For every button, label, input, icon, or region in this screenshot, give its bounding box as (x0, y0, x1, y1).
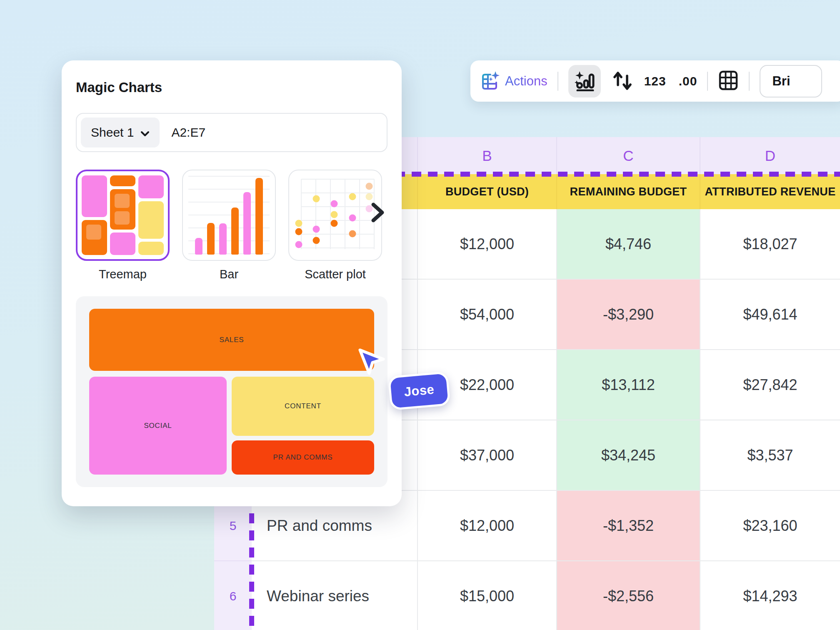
toolbar-divider (707, 72, 708, 91)
panel-title: Magic Charts (76, 60, 388, 95)
chart-type-label: Treemap (76, 268, 170, 281)
data-range-selector[interactable]: Sheet 1 A2:E7 (76, 113, 388, 152)
bar-chart-icon (188, 176, 270, 255)
cell-attributed-revenue[interactable]: $14,293 (700, 561, 840, 630)
treemap-preview: SALES SOCIAL CONTENT PR AND COMMS (76, 296, 388, 487)
cell-budget[interactable]: $15,000 (418, 561, 557, 630)
cell-remaining-budget[interactable]: -$1,352 (557, 491, 700, 561)
sheet-dropdown[interactable]: Sheet 1 (81, 118, 160, 148)
cell-attributed-revenue[interactable]: $27,842 (700, 350, 840, 420)
chart-type-bar[interactable] (182, 170, 276, 261)
collaborator-name-tag: Jose (388, 371, 451, 410)
cell-attributed-revenue[interactable]: $49,614 (700, 280, 840, 350)
column-header-d[interactable]: D (700, 137, 840, 174)
cell-budget[interactable]: $12,000 (418, 209, 557, 280)
column-header-c[interactable]: C (557, 137, 700, 174)
row-number[interactable]: 6 (214, 561, 252, 630)
treemap-node-sales: SALES (89, 309, 374, 371)
treemap-node-label: SOCIAL (144, 422, 172, 430)
treemap-node-social: SOCIAL (89, 377, 227, 475)
magic-charts-tool-button[interactable] (568, 65, 601, 98)
toolbar-divider (558, 72, 558, 91)
cell-budget[interactable]: $12,000 (418, 491, 557, 561)
cell-remaining-budget[interactable]: -$3,290 (557, 280, 700, 350)
sheet-dropdown-label: Sheet 1 (91, 125, 134, 140)
chart-type-scatter[interactable] (288, 170, 382, 261)
actions-label: Actions (505, 74, 548, 89)
chart-type-treemap[interactable] (76, 170, 170, 261)
cell-budget[interactable]: $37,000 (418, 420, 557, 491)
sort-icon[interactable] (612, 68, 633, 94)
column-header-b[interactable]: B (418, 137, 557, 174)
header-cell-budget[interactable]: BUDGET (USD) (418, 174, 557, 209)
next-chart-types-button[interactable] (370, 201, 386, 225)
magic-charts-panel: Magic Charts Sheet 1 A2:E7 (62, 60, 402, 506)
chart-type-label: Scatter plot (288, 268, 382, 281)
treemap-icon (82, 175, 164, 255)
treemap-node-label: PR AND COMMS (273, 453, 333, 462)
cell-attributed-revenue[interactable]: $3,537 (700, 420, 840, 491)
cell-remaining-budget[interactable]: $34,245 (557, 420, 700, 491)
chart-type-label: Bar (182, 268, 276, 281)
range-input[interactable]: A2:E7 (171, 125, 205, 140)
decimal-format-button[interactable]: .00 (679, 74, 698, 88)
toolbar: Actions 123 .00 Bri (470, 60, 840, 102)
borders-grid-icon[interactable] (718, 70, 739, 92)
actions-button[interactable]: Actions (480, 70, 548, 92)
table-sparkle-icon (480, 70, 500, 92)
cell-remaining-budget[interactable]: -$2,556 (557, 561, 700, 630)
cell-remaining-budget[interactable]: $4,746 (557, 209, 700, 280)
chart-type-list (76, 170, 388, 261)
number-format-button[interactable]: 123 (644, 74, 666, 88)
treemap-node-label: CONTENT (285, 402, 321, 410)
cell-attributed-revenue[interactable]: $23,160 (700, 491, 840, 561)
cell-budget[interactable]: $54,000 (418, 280, 557, 350)
chevron-down-icon (140, 125, 150, 140)
collaborator-cursor-icon (358, 348, 387, 378)
cell-attributed-revenue[interactable]: $18,027 (700, 209, 840, 280)
treemap-node-content: CONTENT (232, 377, 374, 436)
magic-chart-icon (574, 70, 595, 93)
cell-channel[interactable]: Webinar series (252, 561, 418, 630)
brand-button[interactable]: Bri (760, 65, 822, 98)
treemap-node-pr-and-comms: PR AND COMMS (232, 440, 374, 475)
cell-remaining-budget[interactable]: $13,112 (557, 350, 700, 420)
chart-type-labels: Treemap Bar Scatter plot (76, 268, 388, 281)
treemap-node-label: SALES (220, 336, 244, 344)
toolbar-divider (749, 72, 750, 91)
header-cell-attributed-revenue[interactable]: ATTRIBUTED REVENUE (700, 174, 840, 209)
header-cell-remaining-budget[interactable]: REMAINING BUDGET (557, 174, 700, 209)
scatter-plot-icon (295, 176, 375, 254)
